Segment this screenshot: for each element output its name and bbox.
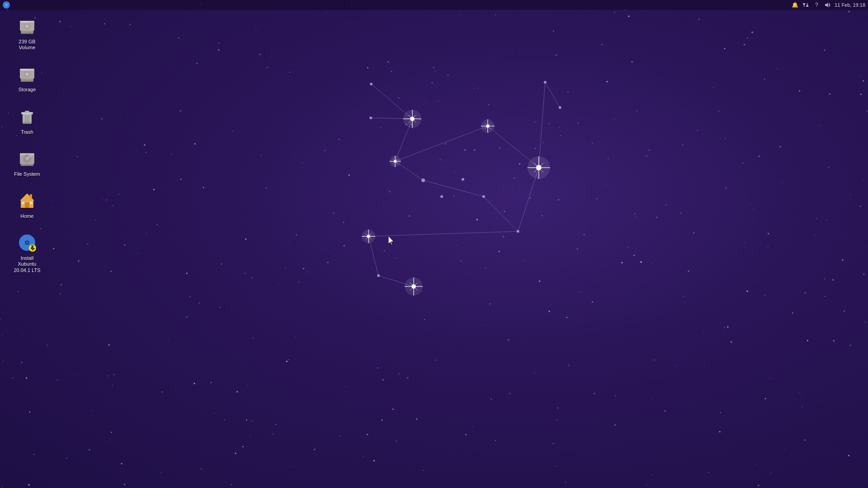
svg-rect-10 xyxy=(21,33,33,34)
svg-rect-20 xyxy=(22,70,29,70)
svg-point-110 xyxy=(482,195,485,198)
drive-label: 239 GB Volume xyxy=(11,39,43,51)
svg-line-103 xyxy=(539,168,544,173)
svg-line-121 xyxy=(369,234,371,236)
svg-line-71 xyxy=(412,119,416,122)
svg-point-108 xyxy=(559,106,561,109)
svg-line-72 xyxy=(409,119,412,122)
svg-point-12 xyxy=(26,25,28,28)
desktop-icon-install[interactable]: Install Xubuntu 20.04.1 LTS xyxy=(9,230,45,275)
svg-point-124 xyxy=(411,284,416,289)
svg-point-66 xyxy=(410,117,415,121)
svg-line-62 xyxy=(378,276,414,286)
svg-rect-47 xyxy=(31,245,34,246)
svg-rect-40 xyxy=(30,194,32,199)
svg-line-95 xyxy=(485,123,488,126)
storage-label: Storage xyxy=(19,87,36,93)
taskbar: 🔔 ? 11 Feb, 19:18 xyxy=(0,0,868,10)
svg-line-105 xyxy=(534,163,539,168)
taskbar-right: 🔔 ? 11 Feb, 19:18 xyxy=(791,1,865,9)
svg-line-118 xyxy=(369,236,371,239)
svg-line-130 xyxy=(410,286,414,290)
svg-line-82 xyxy=(395,161,397,164)
svg-line-85 xyxy=(395,159,397,161)
svg-rect-23 xyxy=(25,111,29,113)
svg-line-60 xyxy=(369,231,518,236)
svg-line-132 xyxy=(414,283,417,286)
svg-point-19 xyxy=(26,73,28,75)
install-icon xyxy=(16,232,38,253)
volume-icon[interactable] xyxy=(824,1,831,9)
mouse-cursor xyxy=(388,236,394,245)
svg-rect-17 xyxy=(21,80,33,82)
desktop-icon-home[interactable]: Home xyxy=(9,188,45,221)
svg-point-64 xyxy=(370,83,373,85)
svg-point-122 xyxy=(377,274,380,277)
svg-rect-3 xyxy=(806,5,808,7)
svg-line-106 xyxy=(539,163,544,168)
svg-rect-37 xyxy=(25,202,29,208)
svg-line-63 xyxy=(518,168,539,231)
svg-line-59 xyxy=(484,197,518,231)
svg-marker-6 xyxy=(825,3,828,7)
desktop-icon-filesystem[interactable]: File System xyxy=(9,146,45,179)
svg-point-133 xyxy=(462,178,464,181)
svg-point-75 xyxy=(369,117,372,119)
switch-icon[interactable] xyxy=(802,1,809,9)
svg-line-51 xyxy=(371,118,412,119)
svg-rect-27 xyxy=(23,122,32,124)
svg-line-120 xyxy=(366,234,369,236)
filesystem-label: File System xyxy=(14,171,40,177)
svg-point-97 xyxy=(527,156,550,179)
desktop-icon-storage[interactable]: Storage xyxy=(9,61,45,94)
svg-line-55 xyxy=(488,126,539,168)
svg-line-84 xyxy=(393,159,395,161)
desktop: 🔔 ? 11 Feb, 19:18 xyxy=(0,0,868,488)
svg-rect-16 xyxy=(21,79,33,80)
svg-line-104 xyxy=(534,168,539,173)
desktop-icon-drive[interactable]: 239 GB Volume xyxy=(9,14,45,52)
svg-line-58 xyxy=(423,180,484,197)
home-label: Home xyxy=(20,213,33,219)
trash-label: Trash xyxy=(21,129,33,135)
svg-rect-9 xyxy=(21,31,33,33)
taskbar-left xyxy=(3,1,10,9)
svg-line-52 xyxy=(395,119,412,161)
svg-line-73 xyxy=(409,115,412,119)
svg-point-98 xyxy=(536,165,541,170)
install-label: Install Xubuntu 20.04.1 LTS xyxy=(11,255,43,273)
svg-line-119 xyxy=(366,236,369,239)
svg-point-1 xyxy=(5,4,8,6)
trash-icon xyxy=(16,106,38,127)
filesystem-icon xyxy=(16,148,38,169)
drive-icon xyxy=(16,15,38,37)
svg-line-94 xyxy=(485,126,488,129)
svg-point-35 xyxy=(31,155,33,156)
svg-line-74 xyxy=(412,115,416,119)
svg-point-76 xyxy=(390,156,401,167)
taskbar-datetime: 11 Feb, 19:18 xyxy=(835,2,865,8)
help-icon[interactable]: ? xyxy=(813,1,820,9)
svg-rect-2 xyxy=(803,3,805,5)
svg-line-83 xyxy=(393,161,395,164)
svg-line-54 xyxy=(395,126,488,161)
svg-rect-38 xyxy=(22,202,24,204)
notification-bell-icon[interactable]: 🔔 xyxy=(791,1,798,9)
svg-line-93 xyxy=(488,126,490,129)
svg-point-44 xyxy=(26,242,28,244)
svg-point-77 xyxy=(394,160,397,163)
svg-line-131 xyxy=(410,283,414,286)
svg-rect-13 xyxy=(22,22,29,23)
svg-point-87 xyxy=(481,119,495,133)
xubuntu-logo[interactable] xyxy=(3,1,10,9)
storage-icon xyxy=(16,63,38,85)
svg-point-111 xyxy=(517,230,519,233)
constellation-svg xyxy=(0,0,868,488)
svg-point-107 xyxy=(544,81,546,84)
desktop-icon-trash[interactable]: Trash xyxy=(9,104,45,137)
svg-point-88 xyxy=(486,124,489,127)
svg-rect-48 xyxy=(32,246,33,248)
svg-point-86 xyxy=(421,178,425,182)
svg-line-129 xyxy=(414,286,417,290)
desktop-icons-container: 239 GB Volume Storage xyxy=(9,14,45,275)
